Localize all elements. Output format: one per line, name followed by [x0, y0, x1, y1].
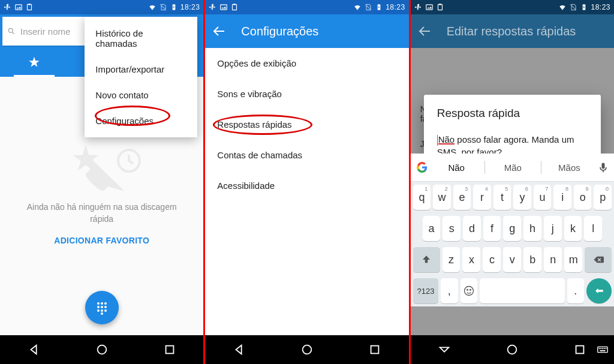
key-v[interactable]: v: [503, 247, 521, 272]
add-favorite-button[interactable]: ADICIONAR FAVORITO: [54, 236, 149, 245]
menu-import-export[interactable]: Importar/exportar: [85, 56, 197, 82]
svg-point-12: [97, 309, 100, 312]
key-q[interactable]: q1: [413, 185, 431, 210]
clipboard-icon: [25, 3, 34, 11]
empty-state-text: Ainda não há ninguém na sua discagem ráp…: [18, 201, 186, 225]
enter-key[interactable]: [586, 278, 612, 303]
search-icon: [7, 27, 16, 35]
key-r[interactable]: r4: [473, 185, 491, 210]
nav-recents-icon[interactable]: [573, 343, 586, 356]
edit-responses-body: N fa J Não posso falar agora. Liga depoi…: [411, 48, 614, 335]
period-key[interactable]: .: [567, 278, 584, 303]
key-b[interactable]: b: [523, 247, 541, 272]
nav-home-icon[interactable]: [95, 343, 109, 356]
key-k[interactable]: k: [564, 216, 582, 241]
nav-back-collapse-icon[interactable]: [438, 343, 451, 356]
svg-point-31: [508, 345, 517, 354]
svg-point-7: [101, 302, 103, 305]
key-f[interactable]: f: [483, 216, 501, 241]
usb-icon: [4, 3, 12, 11]
usb-icon: [209, 3, 217, 11]
nav-recents-icon[interactable]: [368, 343, 381, 356]
key-e[interactable]: e3: [453, 185, 471, 210]
battery-charging-icon: [170, 3, 178, 11]
svg-rect-32: [576, 346, 584, 354]
svg-point-13: [101, 309, 103, 312]
svg-point-10: [101, 306, 103, 308]
status-bar: 18:23: [0, 0, 203, 14]
status-bar: 18:23: [411, 0, 614, 14]
key-s[interactable]: s: [443, 216, 460, 241]
key-y[interactable]: y6: [513, 185, 531, 210]
svg-rect-23: [371, 346, 379, 354]
sim-off-icon: [364, 3, 372, 11]
nav-bar: [205, 335, 408, 364]
wifi-icon: [558, 3, 567, 11]
back-arrow-icon[interactable]: [418, 24, 432, 38]
menu-new-contact[interactable]: Novo contato: [85, 82, 197, 108]
dialpad-icon: [95, 300, 109, 315]
keyboard-toggle-icon[interactable]: [596, 343, 609, 356]
soft-keyboard: Não Mão Mãos q1w2e3r4t5y6u7i8o9p0 asdfgh…: [411, 154, 614, 306]
key-row-1: q1w2e3r4t5y6u7i8o9p0: [411, 182, 614, 213]
key-d[interactable]: d: [463, 216, 481, 241]
svg-rect-0: [16, 5, 22, 10]
svg-point-28: [464, 287, 473, 296]
symbols-key[interactable]: ?123: [413, 278, 439, 303]
svg-point-29: [466, 290, 468, 291]
search-bar[interactable]: Inserir nome: [2, 17, 91, 46]
key-a[interactable]: a: [423, 216, 441, 241]
key-g[interactable]: g: [503, 216, 521, 241]
suggestion-bar: Não Mão Mãos: [411, 154, 614, 182]
nav-back-icon[interactable]: [233, 343, 246, 356]
key-w[interactable]: w2: [433, 185, 451, 210]
key-c[interactable]: c: [483, 247, 501, 272]
key-o[interactable]: o9: [574, 185, 592, 210]
key-p[interactable]: p0: [594, 185, 612, 210]
key-z[interactable]: z: [443, 247, 460, 272]
svg-point-4: [8, 28, 13, 32]
sim-off-icon: [569, 3, 577, 11]
option-sounds[interactable]: Sons e vibração: [205, 79, 408, 109]
key-i[interactable]: i8: [553, 185, 571, 210]
emoji-key[interactable]: [460, 278, 477, 303]
option-accessibility[interactable]: Acessibilidade: [205, 170, 408, 201]
suggestion-1[interactable]: Não: [435, 163, 478, 173]
option-quick-responses[interactable]: Respostas rápidas: [205, 109, 408, 140]
nav-home-icon[interactable]: [300, 343, 314, 356]
shift-key[interactable]: [413, 247, 440, 272]
key-x[interactable]: x: [462, 247, 480, 272]
comma-key[interactable]: ,: [441, 278, 458, 303]
google-icon[interactable]: [416, 161, 429, 174]
nav-back-icon[interactable]: [28, 343, 41, 356]
key-h[interactable]: h: [523, 216, 541, 241]
option-call-accounts[interactable]: Contas de chamadas: [205, 140, 408, 170]
menu-settings[interactable]: Configurações: [85, 108, 197, 134]
option-display[interactable]: Opções de exibição: [205, 48, 408, 79]
svg-point-9: [97, 306, 100, 308]
tab-favorites[interactable]: [0, 48, 68, 77]
menu-call-history[interactable]: Histórico de chamadas: [85, 20, 197, 56]
suggestion-3[interactable]: Mãos: [547, 163, 591, 173]
backspace-key[interactable]: [585, 247, 612, 272]
svg-rect-18: [221, 5, 227, 10]
status-time: 18:23: [386, 3, 405, 11]
key-j[interactable]: j: [544, 216, 562, 241]
back-arrow-icon[interactable]: [212, 24, 227, 38]
nav-home-icon[interactable]: [505, 343, 519, 356]
svg-point-22: [303, 345, 312, 354]
key-t[interactable]: t5: [493, 185, 511, 210]
key-u[interactable]: u7: [534, 185, 552, 210]
key-l[interactable]: l: [584, 216, 602, 241]
battery-charging-icon: [375, 3, 383, 11]
dialpad-fab[interactable]: [85, 291, 119, 324]
key-m[interactable]: m: [564, 247, 582, 272]
svg-rect-25: [438, 4, 442, 10]
space-key[interactable]: [480, 278, 565, 303]
suggestion-2[interactable]: Mão: [491, 163, 535, 173]
star-icon: [28, 56, 41, 69]
image-icon: [425, 3, 434, 11]
mic-icon[interactable]: [597, 161, 609, 173]
nav-recents-icon[interactable]: [163, 343, 176, 356]
key-n[interactable]: n: [544, 247, 562, 272]
